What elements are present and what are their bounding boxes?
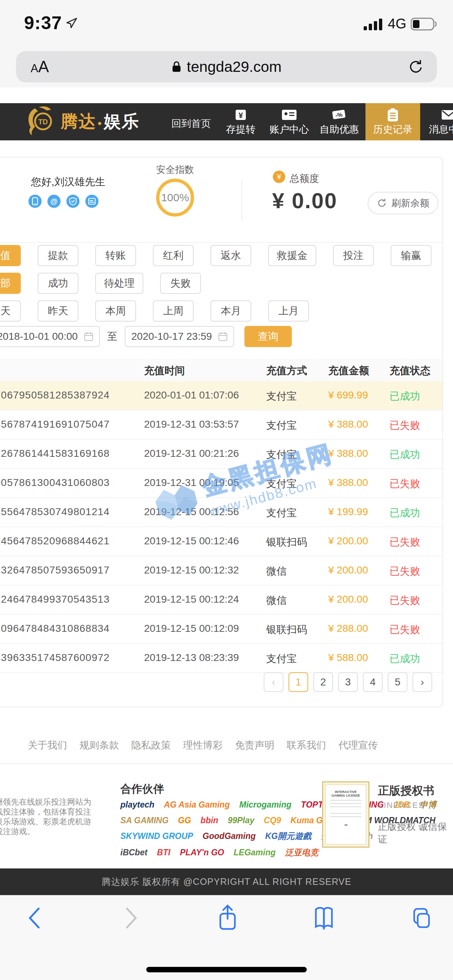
footer-link[interactable]: 关于我们 — [28, 739, 67, 752]
recharge-method: 微信 — [266, 565, 287, 578]
filter-type-button[interactable]: 红利 — [153, 245, 194, 266]
footer-link[interactable]: 代理宣传 — [338, 739, 378, 752]
date-to-input[interactable]: 2020-10-17 23:59 — [125, 326, 234, 347]
transaction-table: 7067950581285387924 2020-01-01 01:07:06 … — [0, 381, 442, 673]
site-logo[interactable]: TD 腾达•娱乐 — [24, 105, 140, 138]
tabs-button[interactable] — [407, 904, 433, 932]
filter-status-row: 全部成功待处理失败 — [0, 273, 201, 294]
page-button[interactable]: › — [413, 672, 432, 692]
filter-type-button[interactable]: 投注 — [333, 245, 374, 266]
filter-status-button[interactable]: 失败 — [160, 273, 201, 294]
recharge-time: 2019-12-13 08:23:39 — [144, 652, 239, 663]
filter-type-button[interactable]: 救援金 — [268, 245, 316, 266]
query-button[interactable]: 查询 — [244, 326, 292, 347]
section-divider — [0, 242, 442, 243]
table-row[interactable]: 2096478484310868834 2019-12-15 00:12:09 … — [0, 615, 442, 644]
signal-bars-icon — [364, 18, 383, 30]
reload-button[interactable] — [408, 58, 424, 76]
security-verified-icon — [66, 195, 80, 208]
recharge-status: 已失败 — [389, 535, 420, 549]
recharge-amount: ¥ 588.00 — [328, 652, 368, 663]
header-recharge-method: 充值方式 — [266, 364, 307, 378]
recharge-time: 2019-12-15 00:12:24 — [144, 593, 239, 605]
order-number: 2246478499370543513 — [0, 593, 110, 605]
bookmarks-button[interactable] — [311, 904, 337, 932]
recharge-time: 2020-01-01 01:07:06 — [144, 390, 239, 401]
quick-date-button[interactable]: 本月 — [211, 301, 251, 321]
quick-date-button[interactable]: 昨天 — [38, 301, 78, 321]
back-button[interactable] — [21, 904, 48, 932]
page-button[interactable]: 5 — [388, 672, 407, 692]
address-bar[interactable]: AA tengda29.com — [16, 51, 437, 83]
table-row[interactable]: 3567874191691075047 2019-12-31 03:53:57 … — [0, 410, 442, 440]
filter-status-button[interactable]: 成功 — [38, 273, 78, 294]
time-text: 9:37 — [24, 13, 62, 33]
page-button[interactable]: 3 — [338, 672, 358, 692]
nav-item-deposit-transfer[interactable]: ¥ 存提转 — [214, 103, 268, 140]
filter-type-button[interactable]: 返水 — [211, 245, 251, 266]
recharge-status: 已成功 — [389, 506, 420, 520]
share-button[interactable] — [214, 904, 241, 932]
footer-link[interactable]: 规则条款 — [80, 739, 119, 752]
recharge-time: 2019-12-31 03:53:57 — [144, 418, 239, 430]
partner-logo: playtech — [120, 800, 154, 810]
nav-item-history[interactable]: 历史记录 — [365, 103, 420, 140]
recharge-status: 已成功 — [389, 390, 420, 403]
table-row[interactable]: 2246478499370543513 2019-12-15 00:12:24 … — [0, 585, 442, 615]
table-row[interactable]: 2556478530749801214 2019-12-15 00:12:56 … — [0, 498, 442, 527]
recharge-amount: ¥ 388.00 — [328, 418, 368, 430]
table-row[interactable]: 2326478507593650917 2019-12-15 00:12:32 … — [0, 556, 442, 585]
table-row[interactable]: 3396335174587600972 2019-12-13 08:23:39 … — [0, 644, 442, 673]
network-type: 4G — [388, 16, 406, 32]
nav-item-messages[interactable]: 消息中心 — [421, 103, 453, 140]
partner-logo: PLAY'n GO — [180, 848, 224, 858]
partner-logo: BTI — [157, 848, 170, 858]
table-row[interactable]: 9057861300431060803 2019-12-31 00:19:05 … — [0, 469, 442, 498]
quick-date-button[interactable]: 上周 — [153, 301, 194, 321]
filter-status-button[interactable]: 待处理 — [95, 273, 144, 294]
footer-link[interactable]: 联系我们 — [287, 739, 326, 752]
recharge-method: 支付宝 — [266, 506, 297, 520]
table-row[interactable]: 2456478520968844621 2019-12-15 00:12:46 … — [0, 527, 442, 556]
home-indicator[interactable] — [146, 967, 307, 972]
table-row[interactable]: 7067950581285387924 2020-01-01 01:07:06 … — [0, 381, 442, 410]
filter-quick-date-row: 今天昨天本周上周本月上月 — [0, 301, 309, 321]
quick-date-button[interactable]: 上月 — [268, 301, 309, 321]
footer-link[interactable]: 免责声明 — [235, 739, 274, 752]
filter-type-button[interactable]: 充值 — [0, 245, 21, 266]
recharge-amount: ¥ 699.99 — [328, 390, 368, 401]
vertical-divider — [241, 180, 242, 220]
filter-type-button[interactable]: 提款 — [38, 245, 78, 266]
refresh-balance-button[interactable]: 刷新余额 — [368, 192, 439, 215]
email-verified-icon: @ — [48, 195, 61, 208]
reader-button[interactable]: AA — [30, 57, 49, 76]
pagination: ‹12345› — [264, 672, 432, 692]
filter-type-button[interactable]: 转账 — [95, 245, 136, 266]
page-button[interactable]: 1 — [289, 672, 308, 692]
quick-date-button[interactable]: 本周 — [95, 301, 136, 321]
url-host[interactable]: tengda29.com — [171, 58, 282, 75]
filter-status-button[interactable]: 全部 — [0, 273, 21, 294]
back-to-home-link[interactable]: 回到首页 — [171, 117, 211, 130]
lock-icon — [171, 60, 182, 73]
quick-date-button[interactable]: 今天 — [0, 301, 21, 321]
calendar-icon — [84, 332, 93, 341]
date-from-input[interactable]: 2018-10-01 00:00 — [0, 326, 100, 347]
footer-link[interactable]: 理性博彩 — [183, 739, 222, 752]
page-button[interactable]: 2 — [313, 672, 333, 692]
nav-item-promotions[interactable]: -% 自助优惠 — [312, 103, 367, 140]
forward-button[interactable] — [118, 904, 144, 932]
footer-link[interactable]: 隐私政策 — [131, 739, 171, 752]
security-index-value: 100% — [161, 191, 189, 204]
partner-logo: GG — [178, 816, 191, 826]
filter-type-button[interactable]: 输赢 — [391, 245, 431, 266]
partner-logo: iBCbet — [120, 848, 147, 858]
order-number: 2326478507593650917 — [0, 565, 110, 576]
recharge-amount: ¥ 199.99 — [328, 506, 368, 518]
table-row[interactable]: 1267861441583169168 2019-12-31 00:21:26 … — [0, 440, 442, 469]
about-text: 洲领先在线娱乐投注网站为线投注体验，包括体育投注娱乐场游戏、彩票老虎机游投注游戏… — [0, 797, 115, 836]
page-button[interactable]: ‹ — [264, 672, 283, 692]
nav-item-account-center[interactable]: 账户中心 — [262, 103, 317, 140]
page-button[interactable]: 4 — [363, 672, 383, 692]
recharge-status: 已失败 — [389, 623, 420, 636]
